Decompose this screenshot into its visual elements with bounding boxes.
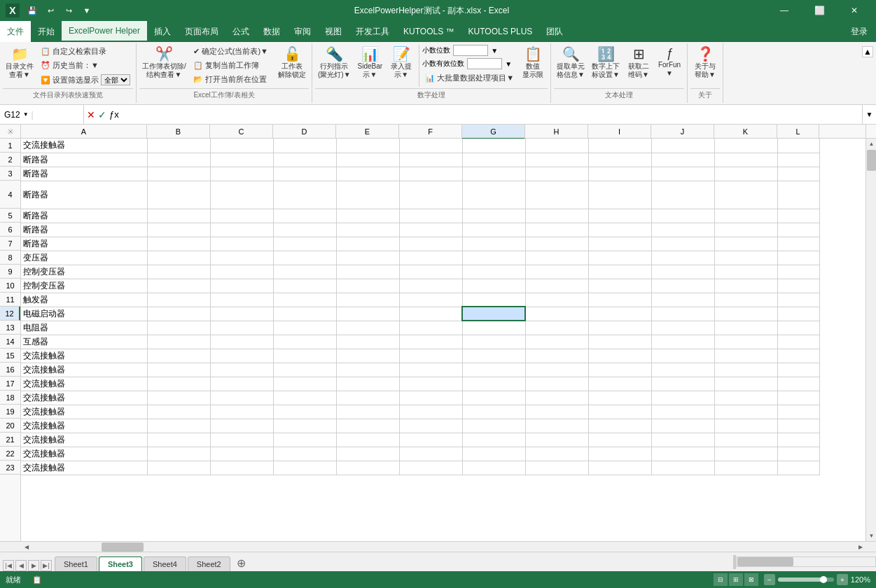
superscript-button[interactable]: 🔢 数字上下标设置▼ — [589, 45, 623, 81]
col-header-K[interactable]: K — [714, 125, 777, 139]
cell-D13[interactable] — [273, 321, 336, 335]
cell-F6[interactable] — [399, 223, 462, 237]
cell-L23[interactable] — [777, 461, 819, 475]
close-button[interactable]: ✕ — [838, 0, 870, 21]
cell-C8[interactable] — [210, 251, 273, 265]
cell-B1[interactable] — [147, 139, 210, 153]
cell-G16[interactable] — [462, 363, 525, 377]
cell-F21[interactable] — [399, 433, 462, 447]
cell-C13[interactable] — [210, 321, 273, 335]
menu-developer[interactable]: 开发工具 — [349, 21, 396, 42]
cell-A4[interactable]: 断路器 — [21, 181, 147, 209]
cell-F2[interactable] — [399, 153, 462, 167]
decimal-places-input[interactable] — [453, 45, 488, 56]
cell-G23[interactable] — [462, 461, 525, 475]
redo-quick-btn[interactable]: ↪ — [60, 2, 77, 19]
cell-A23[interactable]: 交流接触器 — [21, 461, 147, 475]
scroll-up-button[interactable]: ▲ — [866, 139, 876, 149]
cell-I19[interactable] — [588, 405, 651, 419]
cell-J23[interactable] — [651, 461, 714, 475]
cell-I17[interactable] — [588, 377, 651, 391]
col-header-L[interactable]: L — [777, 125, 819, 139]
qrcode-button[interactable]: ⊞ 获取二维码▼ — [624, 45, 653, 81]
cell-D16[interactable] — [273, 363, 336, 377]
row-header-2[interactable]: 2 — [0, 153, 20, 167]
cell-I18[interactable] — [588, 391, 651, 405]
cell-D2[interactable] — [273, 153, 336, 167]
cell-F17[interactable] — [399, 377, 462, 391]
sheet-tab-sheet2[interactable]: Sheet2 — [188, 556, 230, 571]
cell-ref-dropdown[interactable]: ▼ — [23, 111, 29, 118]
cell-J12[interactable] — [651, 307, 714, 321]
cell-E16[interactable] — [336, 363, 399, 377]
cell-H17[interactable] — [525, 377, 588, 391]
cell-C5[interactable] — [210, 209, 273, 223]
cell-D5[interactable] — [273, 209, 336, 223]
directory-view-button[interactable]: 📁 目录文件查看▼ — [3, 45, 36, 81]
row-header-14[interactable]: 14 — [0, 335, 20, 349]
cell-B22[interactable] — [147, 447, 210, 461]
cell-J11[interactable] — [651, 293, 714, 307]
cell-E23[interactable] — [336, 461, 399, 475]
workbook-cut-button[interactable]: ✂️ 工作簿表切除/结构查看▼ — [139, 45, 189, 81]
cell-A21[interactable]: 交流接触器 — [21, 433, 147, 447]
row-header-16[interactable]: 16 — [0, 363, 20, 377]
cell-H10[interactable] — [525, 279, 588, 293]
cell-F5[interactable] — [399, 209, 462, 223]
cell-G19[interactable] — [462, 405, 525, 419]
cell-A20[interactable]: 交流接触器 — [21, 419, 147, 433]
cell-B17[interactable] — [147, 377, 210, 391]
cell-C2[interactable] — [210, 153, 273, 167]
row-header-6[interactable]: 6 — [0, 223, 20, 237]
cell-I6[interactable] — [588, 223, 651, 237]
cell-E3[interactable] — [336, 167, 399, 181]
cell-D19[interactable] — [273, 405, 336, 419]
cell-L10[interactable] — [777, 279, 819, 293]
col-header-I[interactable]: I — [588, 125, 651, 139]
zoom-slider[interactable] — [778, 578, 834, 582]
cell-A3[interactable]: 断路器 — [21, 167, 147, 181]
sheet-tab-sheet3[interactable]: Sheet3 — [99, 556, 142, 571]
cell-J13[interactable] — [651, 321, 714, 335]
cell-H9[interactable] — [525, 265, 588, 279]
cell-B13[interactable] — [147, 321, 210, 335]
cell-D22[interactable] — [273, 447, 336, 461]
cell-K11[interactable] — [714, 293, 777, 307]
cell-C6[interactable] — [210, 223, 273, 237]
row-header-13[interactable]: 13 — [0, 321, 20, 335]
custom-search-button[interactable]: 📋 自定义检索目录 — [38, 45, 133, 58]
cell-H4[interactable] — [525, 181, 588, 209]
cell-G15[interactable] — [462, 349, 525, 363]
qa-dropdown-btn[interactable]: ▼ — [78, 2, 95, 19]
cell-L16[interactable] — [777, 363, 819, 377]
row-header-8[interactable]: 8 — [0, 251, 20, 265]
formula-input[interactable] — [122, 110, 862, 120]
cell-K22[interactable] — [714, 447, 777, 461]
cell-C10[interactable] — [210, 279, 273, 293]
vertical-scrollbar[interactable]: ▲ ▼ — [865, 139, 876, 541]
add-sheet-button[interactable]: ⊕ — [233, 554, 250, 571]
cell-G13[interactable] — [462, 321, 525, 335]
confirm-formula-button[interactable]: ✔ 确定公式(当前表)▼ — [190, 45, 271, 58]
cell-C7[interactable] — [210, 237, 273, 251]
row-header-1[interactable]: 1 — [0, 139, 20, 153]
cell-J3[interactable] — [651, 167, 714, 181]
sidebar-button[interactable]: 📊 SideBar示▼ — [355, 45, 386, 81]
cell-A7[interactable]: 断路器 — [21, 237, 147, 251]
minimize-button[interactable]: — — [768, 0, 800, 21]
cell-E7[interactable] — [336, 237, 399, 251]
ribbon-collapse-button[interactable]: ▲ — [862, 46, 873, 57]
cell-D23[interactable] — [273, 461, 336, 475]
cell-A13[interactable]: 电阻器 — [21, 321, 147, 335]
cell-L5[interactable] — [777, 209, 819, 223]
cell-C4[interactable] — [210, 181, 273, 209]
cell-G2[interactable] — [462, 153, 525, 167]
menu-excelpowerhelper[interactable]: ExcelPower Helper — [62, 21, 147, 42]
menu-kutools-plus[interactable]: KUTOOLS PLUS — [461, 21, 540, 42]
cell-E6[interactable] — [336, 223, 399, 237]
cell-H5[interactable] — [525, 209, 588, 223]
cell-E1[interactable] — [336, 139, 399, 153]
cell-E12[interactable] — [336, 307, 399, 321]
cell-D15[interactable] — [273, 349, 336, 363]
menu-team[interactable]: 团队 — [539, 21, 570, 42]
